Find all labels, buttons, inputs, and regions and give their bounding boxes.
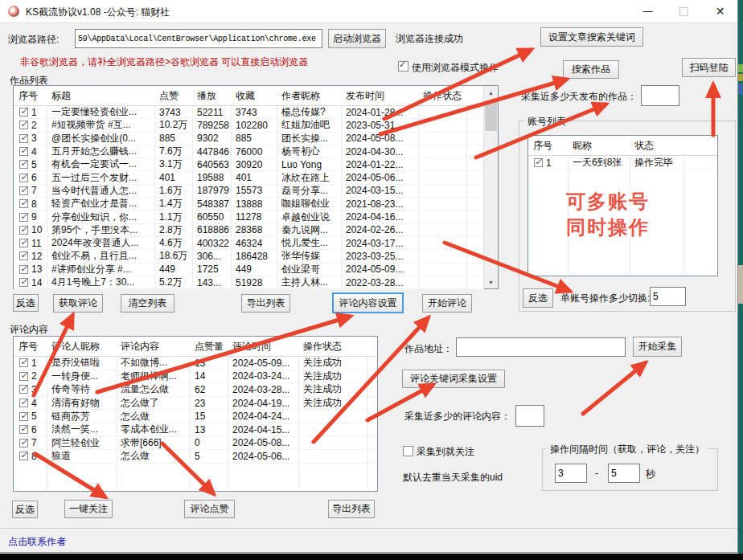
row-checkbox[interactable] <box>19 265 28 274</box>
works-table-row[interactable]: 4 五月开始怎么赚钱... 7.6万 447846 76000 杨哥初心 202… <box>14 145 484 158</box>
comments-table-row[interactable]: 1 是乔没错啦 不如微博... 13 2024-05-09... 关注成功 <box>14 357 377 370</box>
browser-mode-checkbox[interactable] <box>398 61 408 72</box>
row-checkbox[interactable] <box>19 358 28 367</box>
works-table-row[interactable]: 9 分享创业知识，你... 1.1万 60550 11278 卓越创业说 202… <box>14 211 484 223</box>
works-table-row[interactable]: 5 有机会一定要试一... 3.1万 640563 30920 Luo Yong… <box>14 158 484 171</box>
search-works-button[interactable]: 搜索作品 <box>563 60 619 79</box>
col-header[interactable]: 播放 <box>192 89 231 103</box>
col-header[interactable]: 操作状态 <box>298 340 367 354</box>
col-header[interactable]: 收藏 <box>231 89 277 103</box>
works-invert-button[interactable]: 反选 <box>13 294 39 312</box>
comments-table-row[interactable]: 5 链商苏芳 怎么做 15 2024-04-24... <box>14 410 377 423</box>
row-checkbox[interactable] <box>19 174 28 182</box>
row-checkbox[interactable] <box>19 213 28 222</box>
comments-table-row[interactable]: 8 狼道 怎么做 5 2024-05-06... <box>14 450 377 464</box>
close-button[interactable]: ✕ <box>702 0 738 22</box>
works-table-row[interactable]: 7 当今时代普通人怎... 1.6万 187979 15573 磊哥分享... … <box>14 185 484 198</box>
set-article-keyword-button[interactable]: 设置文章搜索关键词 <box>540 27 643 47</box>
contact-author-link[interactable]: 点击联系作者 <box>8 535 66 549</box>
comment-like-button[interactable]: 评论点赞 <box>184 500 235 518</box>
col-header[interactable]: 作者昵称 <box>277 89 341 103</box>
cell-plays: 9302 <box>192 133 231 145</box>
get-comments-button[interactable]: 获取评论 <box>53 294 103 313</box>
col-header[interactable]: 序号 <box>14 89 47 103</box>
row-checkbox[interactable] <box>19 425 28 434</box>
row-checkbox[interactable] <box>19 199 28 208</box>
scan-login-button[interactable]: 扫码登陆 <box>682 58 736 77</box>
col-header[interactable]: 操作状态 <box>418 89 466 103</box>
comments-table-row[interactable]: 7 阿兰轻创业 求带[666] 0 2024-05-08... <box>14 437 377 451</box>
row-checkbox[interactable] <box>19 412 28 421</box>
works-table-row[interactable]: 10 第95个，手里没本... 2.8万 618886 28368 秦九说网..… <box>14 224 484 237</box>
col-header[interactable]: 点赞量 <box>190 340 228 354</box>
col-header[interactable]: 发布时间 <box>341 89 418 103</box>
launch-browser-button[interactable]: 启动浏览器 <box>328 29 386 48</box>
row-checkbox[interactable] <box>19 186 28 195</box>
row-checkbox[interactable] <box>19 251 28 260</box>
col-header[interactable]: 点赞 <box>154 89 192 103</box>
row-checkbox[interactable] <box>19 278 28 287</box>
row-checkbox[interactable] <box>19 399 28 407</box>
scroll-up-icon[interactable]: ▲ <box>484 86 498 99</box>
work-url-input[interactable] <box>456 337 626 357</box>
account-switch-input[interactable] <box>650 287 686 306</box>
row-checkbox[interactable] <box>19 147 28 156</box>
start-comment-button[interactable]: 开始评论 <box>422 294 472 313</box>
row-checkbox[interactable] <box>19 160 28 169</box>
col-header[interactable]: 评论人昵称 <box>47 340 116 354</box>
row-checkbox[interactable] <box>534 158 543 167</box>
col-header[interactable]: 昵称 <box>568 139 630 153</box>
col-header[interactable]: 评论时间 <box>228 340 298 354</box>
row-checkbox[interactable] <box>19 439 28 448</box>
collect-count-input[interactable] <box>515 405 544 427</box>
works-scrollbar[interactable]: ▲ ▼ <box>483 86 498 288</box>
works-table-row[interactable]: 14 4月1号晚上7：30... 5.2万 143... 51928 主持人林.… <box>14 276 484 289</box>
col-header[interactable]: 状态 <box>630 139 683 153</box>
row-checkbox[interactable] <box>19 372 28 381</box>
accounts-table-row[interactable]: 1 一天6到8张 操作完毕 <box>528 156 717 170</box>
row-checkbox[interactable] <box>19 385 28 394</box>
col-header[interactable]: 序号 <box>14 340 47 354</box>
start-collect-button[interactable]: 开始采集 <box>633 337 682 357</box>
row-checkbox[interactable] <box>19 226 28 235</box>
comments-table-row[interactable]: 6 淡然一笑... 零成本创业... 13 2024-04-15... <box>14 423 377 437</box>
follow-on-collect-checkbox[interactable] <box>403 446 413 456</box>
maximize-button[interactable] <box>666 0 702 22</box>
row-checkbox[interactable] <box>19 121 28 129</box>
works-table-row[interactable]: 12 创业不易，且行且... 18.6万 306... 186428 张华传媒 … <box>14 250 484 263</box>
row-checkbox[interactable] <box>19 108 28 116</box>
browser-path-input[interactable] <box>75 29 322 48</box>
works-table-row[interactable]: 8 轻资产创业才是普... 1.4万 548387 13888 咖姐聊创业 20… <box>14 198 484 211</box>
col-header[interactable]: 序号 <box>528 139 568 153</box>
comments-table-row[interactable]: 2 一转身便... 老师很棒啊... 14 2024-03-24... 关注成功 <box>14 370 377 384</box>
row-checkbox[interactable] <box>19 239 28 247</box>
interval-from-input[interactable] <box>555 464 587 483</box>
scrollbar-thumb[interactable] <box>485 100 497 131</box>
comments-invert-button[interactable]: 反选 <box>12 501 38 518</box>
works-table-row[interactable]: 13 #讲师创业分享 #... 449 1725 449 创业梁哥 2024-0… <box>14 264 484 276</box>
col-header[interactable]: 评论内容 <box>116 340 190 354</box>
keyword-collect-settings-button[interactable]: 评论关键词采集设置 <box>402 370 505 388</box>
row-checkbox[interactable] <box>19 452 28 460</box>
clear-list-button[interactable]: 清空列表 <box>121 294 174 313</box>
works-table-row[interactable]: 6 五一过后三个发财... 401 19588 401 冰欣在路上 2024-0… <box>14 171 484 184</box>
scroll-down-icon[interactable]: ▼ <box>484 276 498 288</box>
works-export-button[interactable]: 导出列表 <box>241 294 290 313</box>
works-table-row[interactable]: 11 2024年改变普通人... 4.6万 400322 46324 悦儿爱生.… <box>14 237 484 250</box>
comments-table-row[interactable]: 3 传奇等待 流量怎么做 62 2024-03-28... 关注成功 <box>14 383 377 397</box>
comment-content-settings-button[interactable]: 评论内容设置 <box>332 292 404 313</box>
row-select-cell: 1 <box>14 106 47 118</box>
col-header[interactable]: 标题 <box>47 89 154 103</box>
works-table-row[interactable]: 3 @团长实操创业(0... 885 9302 885 团长实操... 2024… <box>14 133 484 145</box>
minimize-button[interactable]: — <box>630 0 666 22</box>
cell-favs: 885 <box>231 133 277 145</box>
row-checkbox[interactable] <box>19 134 28 143</box>
one-key-follow-button[interactable]: 一键关注 <box>64 500 113 518</box>
comments-export-button[interactable]: 导出列表 <box>328 500 375 518</box>
interval-to-input[interactable] <box>608 464 640 483</box>
comments-table-row[interactable]: 4 清清有好物 怎么做了 23 2024-04-19... 关注成功 <box>14 397 377 411</box>
works-table-row[interactable]: 2 #短视频带货 #互... 10.2万 789258 102280 红姐加油吧… <box>14 119 484 132</box>
accounts-invert-button[interactable]: 反选 <box>523 288 553 308</box>
works-table-row[interactable]: 1 一定要懂轻资创业... 3743 52211 3743 楊总传媒? 2024… <box>14 106 484 119</box>
collect-days-input[interactable] <box>641 85 679 106</box>
